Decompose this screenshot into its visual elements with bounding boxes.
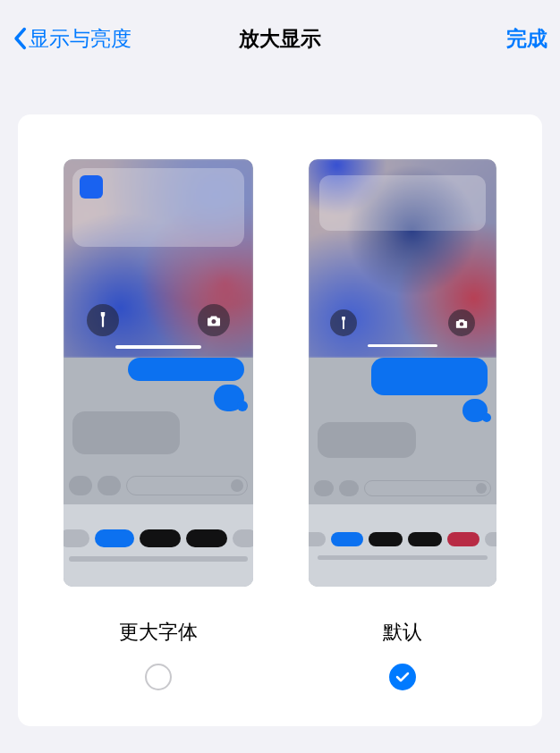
dock-item xyxy=(485,532,496,546)
chevron-left-icon xyxy=(13,27,27,50)
app-icon xyxy=(80,175,103,199)
camera-icon xyxy=(207,315,221,326)
radio-checked[interactable] xyxy=(389,664,416,690)
dock-item xyxy=(331,532,363,546)
dock-item xyxy=(140,529,181,547)
preview-larger xyxy=(64,159,253,587)
flashlight-icon xyxy=(98,312,108,328)
flashlight-button xyxy=(87,304,119,336)
page-title: 放大显示 xyxy=(239,25,321,53)
option-default[interactable]: 默认 xyxy=(309,159,496,690)
widget-area xyxy=(319,175,486,231)
dock-item xyxy=(186,529,227,547)
message-bubble xyxy=(371,358,488,395)
navigation-bar: 显示与亮度 放大显示 完成 xyxy=(0,0,560,77)
message-input-bar xyxy=(69,472,248,499)
back-button[interactable]: 显示与亮度 xyxy=(13,25,132,53)
text-input xyxy=(364,480,491,496)
home-indicator xyxy=(115,345,201,349)
option-label: 默认 xyxy=(383,619,422,646)
flashlight-icon xyxy=(339,317,348,330)
option-larger-text[interactable]: 更大字体 xyxy=(64,159,253,690)
dock-item xyxy=(369,532,403,546)
dock-item xyxy=(318,555,488,560)
message-tail xyxy=(237,401,248,411)
appstore-icon xyxy=(339,480,359,496)
mic-icon xyxy=(231,479,243,492)
dock-preview xyxy=(64,504,253,587)
appstore-icon xyxy=(98,476,121,495)
options-card: 更大字体 xyxy=(18,114,542,726)
radio-unchecked[interactable] xyxy=(145,664,172,690)
dock-item xyxy=(95,529,134,547)
checkmark-icon xyxy=(395,671,410,683)
camera-icon xyxy=(455,318,468,328)
message-bubble xyxy=(128,358,244,381)
dock-item xyxy=(64,529,89,547)
flashlight-button xyxy=(330,309,357,336)
option-label: 更大字体 xyxy=(119,619,198,646)
camera-button xyxy=(448,309,475,336)
done-button[interactable]: 完成 xyxy=(506,25,547,53)
back-label: 显示与亮度 xyxy=(29,25,132,53)
messages-preview xyxy=(309,358,496,504)
text-input xyxy=(126,476,248,495)
mic-icon xyxy=(476,483,487,494)
preview-default xyxy=(309,159,496,587)
dock-item xyxy=(69,556,248,562)
message-tail xyxy=(482,413,491,422)
dock-row xyxy=(64,529,253,547)
lock-screen-preview xyxy=(64,159,253,358)
dock-item xyxy=(233,529,253,547)
camera-icon xyxy=(314,480,334,496)
dock-item xyxy=(447,532,479,546)
messages-preview xyxy=(64,358,253,504)
lock-screen-preview xyxy=(309,159,496,358)
camera-button xyxy=(198,304,230,336)
message-input-bar xyxy=(314,478,491,499)
dock-row xyxy=(309,532,496,546)
message-bubble xyxy=(72,411,180,454)
dock-row xyxy=(318,555,488,560)
camera-icon xyxy=(69,476,92,495)
dock-item xyxy=(309,532,326,546)
dock-item xyxy=(408,532,442,546)
dock-preview xyxy=(309,504,496,587)
dock-row xyxy=(69,556,248,562)
home-indicator xyxy=(368,344,437,347)
message-bubble xyxy=(318,422,416,458)
